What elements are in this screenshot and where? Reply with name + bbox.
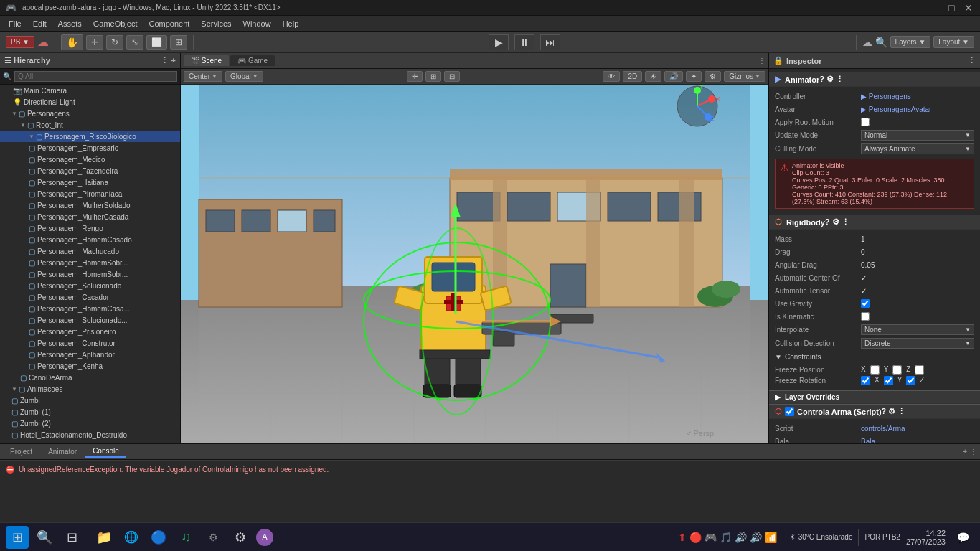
fp-x-checkbox[interactable]: [870, 365, 880, 375]
layers-dropdown[interactable]: Layers ▼: [890, 36, 931, 48]
pause-button[interactable]: ⏸: [514, 34, 534, 50]
more-icon[interactable]: ⋮: [758, 57, 765, 65]
hierarchy-item-haitiana[interactable]: ▢ Personagem_Haitiana: [0, 176, 180, 188]
interpolate-dropdown[interactable]: None ▼: [861, 324, 974, 335]
rigidbody-help-icon[interactable]: ?: [825, 217, 830, 226]
apply-root-checkbox[interactable]: [861, 118, 870, 126]
hierarchy-item-machucado[interactable]: ▢ Personagem_Machucado: [0, 245, 180, 257]
minimize-button[interactable]: –: [933, 3, 943, 13]
constraints-collapse-icon[interactable]: ▼: [775, 353, 782, 361]
scene-tool-1[interactable]: ⊞: [425, 71, 441, 82]
animator-more-icon[interactable]: ⋮: [836, 75, 844, 83]
hierarchy-item-kenha[interactable]: ▢ Personagem_Kenha: [0, 360, 180, 372]
tab-project[interactable]: Project: [3, 446, 39, 457]
hierarchy-item-homem-sobr1[interactable]: ▢ Personagem_HomemSobr...: [0, 257, 180, 268]
layout-dropdown[interactable]: Layout ▼: [933, 36, 974, 48]
hierarchy-item-mulher-casada[interactable]: ▢ Personagem_MulherCasada: [0, 211, 180, 222]
hierarchy-item-piromaniaca[interactable]: ▢ Personagem_Piromaníaca: [0, 188, 180, 199]
fr-x-checkbox[interactable]: [861, 376, 870, 385]
hierarchy-item-solucionado2[interactable]: ▢ Personagem_Solucionado...: [0, 314, 180, 326]
hierarchy-more-icon[interactable]: ⋮: [161, 56, 169, 65]
hierarchy-item-rengo[interactable]: ▢ Personagem_Rengo: [0, 222, 180, 234]
hierarchy-item-fazendeira[interactable]: ▢ Personagem_Fazendeira: [0, 165, 180, 176]
hierarchy-item-empresario[interactable]: ▢ Personagem_Empresario: [0, 142, 180, 154]
is-kinematic-checkbox[interactable]: [861, 312, 870, 321]
menu-file[interactable]: File: [3, 18, 27, 29]
rigidbody-more-icon[interactable]: ⋮: [842, 217, 849, 226]
hierarchy-item-hotel-estacionamento[interactable]: ▢ Hotel_Estacionamento_Destruido: [0, 429, 180, 441]
hierarchy-item-cano-arma[interactable]: ▢ CanoDeArma: [0, 372, 180, 383]
fp-y-checkbox[interactable]: [892, 365, 902, 375]
animator-help-icon[interactable]: ?: [819, 75, 824, 83]
taskbar-search-btn[interactable]: 🔍: [33, 526, 56, 549]
hierarchy-item-zumbi[interactable]: ▢ Zumbi: [0, 395, 180, 406]
audio-btn[interactable]: 🔊: [664, 71, 683, 82]
hierarchy-item-personagens[interactable]: ▼ ▢ Personagens: [0, 108, 180, 119]
menu-help[interactable]: Help: [277, 18, 305, 29]
collab-icon[interactable]: 🔍: [875, 37, 887, 48]
rigidbody-component-header[interactable]: ⬡ Rigidbody ? ⚙ ⋮: [769, 215, 980, 230]
fp-z-checkbox[interactable]: [915, 365, 924, 375]
hierarchy-item-homem-sobr2[interactable]: ▢ Personagem_HomemSobr...: [0, 268, 180, 280]
hierarchy-item-root-int[interactable]: ▼ ▢ Root_Int: [0, 119, 180, 131]
taskbar-explorer-icon[interactable]: 📁: [93, 526, 116, 549]
taskbar-task-view-btn[interactable]: ⊟: [60, 526, 83, 549]
tray-icon-network[interactable]: 📶: [765, 532, 777, 543]
taskbar-spotify-icon[interactable]: ♫: [174, 526, 197, 549]
inspector-debug-btn[interactable]: ⋮: [968, 56, 976, 65]
hierarchy-item-hotel-secundario[interactable]: ▢ Hotel_Secundario_Destruido: [0, 441, 180, 443]
hierarchy-item-cacador[interactable]: ▢ Personagem_Cacador: [0, 291, 180, 303]
hierarchy-item-zumbi1[interactable]: ▢ Zumbi (1): [0, 406, 180, 418]
light-btn[interactable]: ☀: [645, 71, 661, 82]
taskbar-start-btn[interactable]: ⊞: [6, 526, 29, 549]
controla-arma-header[interactable]: ⬡ Controla Arma (Script) ? ⚙ ⋮: [769, 404, 980, 419]
hierarchy-item-homem-casa2[interactable]: ▢ Personagem_HomemCasa...: [0, 303, 180, 314]
gizmos-btn[interactable]: Gizmos ▼: [724, 71, 765, 82]
maximize-button[interactable]: □: [948, 3, 958, 13]
hand-tool[interactable]: ✋: [61, 34, 83, 50]
scene-viewport[interactable]: X Y Z < Persp: [181, 85, 768, 443]
tray-icon-4[interactable]: 🎵: [720, 532, 732, 543]
play-button[interactable]: ▶: [489, 34, 509, 50]
taskbar-purple-icon[interactable]: A: [256, 529, 273, 546]
controla-arma-help-icon[interactable]: ?: [882, 407, 887, 415]
hierarchy-item-homem-casado[interactable]: ▢ Personagem_HomemCasado: [0, 234, 180, 245]
bala-value[interactable]: Bala: [861, 438, 974, 444]
notification-btn[interactable]: 💬: [951, 526, 974, 549]
rigidbody-settings-icon[interactable]: ⚙: [832, 217, 839, 226]
taskbar-settings-icon[interactable]: ⚙: [229, 526, 252, 549]
tab-scene[interactable]: 🎬 Scene: [184, 55, 229, 66]
menu-component[interactable]: Component: [143, 18, 195, 29]
tab-console[interactable]: Console: [85, 446, 126, 458]
scale-tool[interactable]: ⤡: [126, 35, 143, 50]
hierarchy-item-animacoes[interactable]: ▼ ▢ Animacoes: [0, 383, 180, 395]
culling-mode-dropdown[interactable]: Always Animate ▼: [861, 143, 974, 154]
tab-animator[interactable]: Animator: [41, 446, 84, 457]
hierarchy-item-prisioneiro[interactable]: ▢ Personagem_Prisioneiro: [0, 326, 180, 337]
tab-game[interactable]: 🎮 Game: [230, 55, 275, 66]
controla-arma-more-icon[interactable]: ⋮: [897, 407, 905, 415]
script-value[interactable]: controls/Arma: [861, 425, 974, 433]
hierarchy-item-medico[interactable]: ▢ Personagem_Medico: [0, 154, 180, 165]
bottom-panel-add-icon[interactable]: +: [963, 448, 967, 456]
2d-btn[interactable]: 2D: [623, 71, 642, 82]
rect-tool[interactable]: ⬜: [146, 35, 167, 50]
taskbar-unity-icon[interactable]: ⚙: [202, 526, 225, 549]
transform-tool[interactable]: ⊞: [170, 35, 187, 50]
taskbar-chrome-icon[interactable]: 🌐: [120, 526, 143, 549]
scene-settings-btn[interactable]: ⚙: [705, 71, 721, 82]
pb-dropdown[interactable]: PB ▼: [6, 36, 34, 48]
menu-window[interactable]: Window: [237, 18, 277, 29]
collision-dropdown[interactable]: Discrete ▼: [861, 338, 974, 349]
hierarchy-item-aplhandor[interactable]: ▢ Personagem_Aplhandor: [0, 349, 180, 360]
scene-tool-2[interactable]: ⊟: [444, 71, 460, 82]
fr-z-checkbox[interactable]: [906, 376, 915, 385]
hierarchy-item-zumbi2[interactable]: ▢ Zumbi (2): [0, 418, 180, 429]
layer-overrides-header[interactable]: ▶ Layer Overrides: [769, 390, 980, 404]
hierarchy-item-solucionado1[interactable]: ▢ Personagem_Solucionado: [0, 280, 180, 291]
controla-arma-enabled[interactable]: [785, 407, 794, 416]
update-mode-dropdown[interactable]: Normal ▼: [861, 130, 974, 141]
fr-y-checkbox[interactable]: [884, 376, 893, 385]
use-gravity-checkbox[interactable]: [861, 299, 870, 308]
hierarchy-lock-icon[interactable]: +: [171, 56, 176, 65]
